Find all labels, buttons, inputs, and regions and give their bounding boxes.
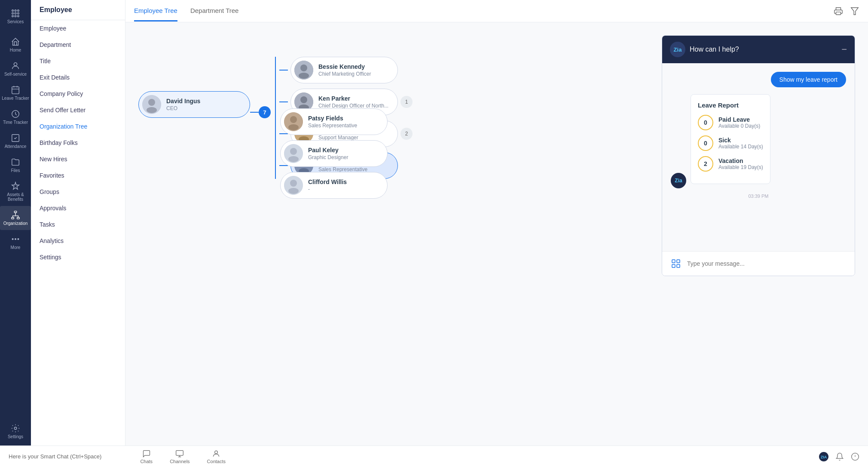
sidebar-item-assets-benefits[interactable]: Assets & Benefits <box>0 177 31 206</box>
sidebar-item-tasks[interactable]: Tasks <box>31 216 125 233</box>
leave-item-paid: 0 Paid Leave Available 0 Day(s) <box>698 115 763 130</box>
person-role-bessie: Chief Marketing Officer <box>318 71 371 77</box>
zia-avatar: Zia <box>671 173 686 188</box>
sidebar-item-leave-tracker[interactable]: Leave Tracker <box>0 81 31 105</box>
chat-minimize-button[interactable]: − <box>841 45 847 54</box>
sidebar-title: Employee <box>40 6 72 13</box>
svg-point-3 <box>12 12 14 14</box>
sidebar-item-settings[interactable]: Settings <box>0 419 31 443</box>
sidebar-item-title[interactable]: Title <box>31 53 125 69</box>
person-role-david: CEO <box>166 105 200 111</box>
sidebar-item-settings-sidebar[interactable]: Settings <box>31 249 125 265</box>
svg-point-47 <box>290 180 297 187</box>
svg-rect-49 <box>672 260 675 263</box>
sidebar-item-more[interactable]: More <box>0 230 31 254</box>
chat-grid-icon[interactable] <box>669 257 683 270</box>
sidebar-item-favorites[interactable]: Favorites <box>31 167 125 184</box>
left-navigation: Services Home Self-service Leave Tracker… <box>0 0 31 467</box>
svg-point-41 <box>290 116 297 123</box>
bottom-nav-contacts-label: Contacts <box>207 459 226 464</box>
sidebar-item-company-policy[interactable]: Company Policy <box>31 86 125 102</box>
svg-point-7 <box>15 15 16 17</box>
svg-rect-50 <box>677 260 680 263</box>
tab-department-tree[interactable]: Department Tree <box>190 1 239 22</box>
main-content: Employee Tree Department Tree <box>125 0 868 467</box>
person-row-bessie: Bessie Kennedy Chief Marketing Officer <box>279 57 413 83</box>
zia-bottom-icon[interactable]: ZIA <box>819 452 828 461</box>
avatar-paul <box>284 144 303 163</box>
badge-ivan: 2 <box>400 128 413 140</box>
svg-point-45 <box>288 156 299 162</box>
sidebar-item-files[interactable]: Files <box>0 153 31 177</box>
filter-icon[interactable] <box>850 6 859 16</box>
avatar-bessie <box>294 61 313 80</box>
leave-avail-sick: Available 14 Day(s) <box>718 144 763 150</box>
svg-point-4 <box>15 12 16 14</box>
chat-body: Show my leave report Zia Leave Report 0 … <box>662 63 855 251</box>
svg-point-19 <box>14 427 17 430</box>
person-name-bessie: Bessie Kennedy <box>318 63 371 70</box>
sidebar-item-home[interactable]: Home <box>0 33 31 57</box>
bottom-nav-contacts[interactable]: Contacts <box>207 449 226 464</box>
leave-type-sick: Sick <box>718 137 763 144</box>
svg-point-18 <box>18 239 19 240</box>
svg-rect-10 <box>12 87 19 94</box>
svg-point-9 <box>14 63 17 66</box>
person-card-bessie[interactable]: Bessie Kennedy Chief Marketing Officer <box>290 57 398 83</box>
smart-chat-status: Here is your Smart Chat (Ctrl+Space) <box>9 453 101 460</box>
sidebar-item-organization-label: Organization <box>3 221 28 226</box>
info-icon[interactable] <box>851 452 859 461</box>
sidebar-item-services[interactable]: Services <box>0 4 31 28</box>
sidebar-item-time-tracker[interactable]: Time Tracker <box>0 105 31 129</box>
svg-point-26 <box>148 99 155 106</box>
chat-timestamp: 03:39 PM <box>671 194 846 199</box>
bottom-nav-chats-label: Chats <box>140 459 153 464</box>
sidebar-item-analytics[interactable]: Analytics <box>31 233 125 249</box>
svg-point-44 <box>290 148 297 155</box>
badge-count-7: 7 <box>259 106 271 118</box>
chat-panel: Zia How can I help? − Show my leave repo… <box>662 35 855 276</box>
bottom-bar: Here is your Smart Chat (Ctrl+Space) Cha… <box>0 445 868 467</box>
chat-header: Zia How can I help? − <box>662 36 855 63</box>
bottom-nav-chats[interactable]: Chats <box>140 449 153 464</box>
bell-icon[interactable] <box>835 452 844 461</box>
person-role-clifford: - <box>308 186 347 192</box>
sidebar-item-self-service[interactable]: Self-service <box>0 57 31 81</box>
person-name-david: David Ingus <box>166 98 200 104</box>
chat-input[interactable] <box>687 260 848 267</box>
person-card-paul[interactable]: Paul Keley Graphic Designer <box>280 140 388 167</box>
left-nodes: Patsy Fields Sales Representative Paul K… <box>280 108 388 199</box>
svg-point-8 <box>18 15 19 17</box>
badge-ken: 1 <box>400 96 413 108</box>
svg-point-30 <box>299 73 309 79</box>
sidebar-item-department[interactable]: Department <box>31 37 125 53</box>
sidebar-item-organization[interactable]: Organization <box>0 206 31 230</box>
sidebar-item-send-offer-letter[interactable]: Send Offer Letter <box>31 102 125 118</box>
sidebar-item-new-hires[interactable]: New Hires <box>31 151 125 167</box>
show-leave-report-button[interactable]: Show my leave report <box>771 72 846 87</box>
sidebar-item-exit-details[interactable]: Exit Details <box>31 69 125 86</box>
sidebar-item-time-tracker-label: Time Tracker <box>3 120 28 125</box>
leave-badge-vacation: 2 <box>698 156 713 172</box>
svg-point-16 <box>12 239 13 240</box>
leave-report-title: Leave Report <box>698 101 763 109</box>
tabs-right <box>834 6 859 16</box>
person-card-clifford[interactable]: Clifford Willis - <box>280 172 388 199</box>
person-card-patsy[interactable]: Patsy Fields Sales Representative <box>280 108 388 135</box>
svg-point-48 <box>288 188 299 194</box>
sidebar-item-groups[interactable]: Groups <box>31 184 125 200</box>
sidebar-item-employee[interactable]: Employee <box>31 20 125 37</box>
tab-employee-tree[interactable]: Employee Tree <box>134 1 177 22</box>
sidebar-item-approvals[interactable]: Approvals <box>31 200 125 216</box>
svg-point-32 <box>300 96 307 103</box>
svg-rect-14 <box>12 218 14 219</box>
sidebar-item-organization-tree[interactable]: Organization Tree <box>31 118 125 135</box>
print-icon[interactable] <box>834 6 843 16</box>
person-role-ken: Chief Design Officer of North... <box>318 103 388 109</box>
person-card-root[interactable]: David Ingus CEO <box>138 91 250 118</box>
person-name-patsy: Patsy Fields <box>308 115 357 122</box>
sidebar-item-birthday-folks[interactable]: Birthday Folks <box>31 135 125 151</box>
bottom-nav-channels[interactable]: Channels <box>170 449 189 464</box>
sidebar: Employee Employee Department Title Exit … <box>31 0 125 467</box>
sidebar-item-attendance[interactable]: Attendance <box>0 129 31 153</box>
